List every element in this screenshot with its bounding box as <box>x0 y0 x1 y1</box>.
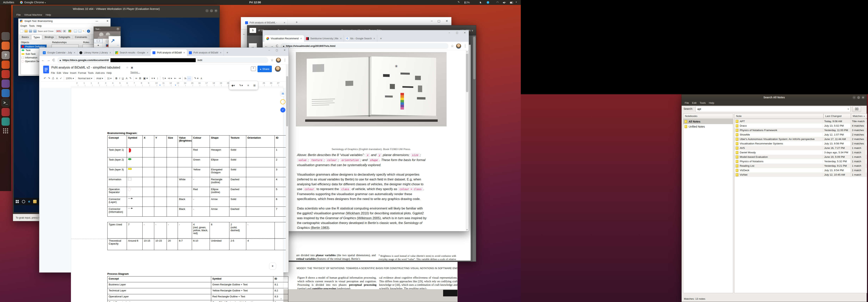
note-row[interactable]: Reading ListYesterday, 9:21 PM1 match <box>735 164 867 168</box>
info-icon[interactable]: i <box>87 30 90 33</box>
italic-icon[interactable]: I <box>118 76 121 81</box>
outdent-icon[interactable]: ⇤ <box>173 76 177 81</box>
image-icon[interactable]: ▣ ▾ <box>142 76 149 81</box>
citation-link[interactable]: (Wickham 2010) <box>346 211 369 215</box>
undo-icon[interactable]: ↶ <box>43 76 47 81</box>
system-menu-caret[interactable]: ▾ <box>516 1 517 3</box>
tab-close-icon[interactable]: ✕ <box>147 52 148 54</box>
back-icon[interactable]: ← <box>41 58 44 62</box>
volume-muted-icon[interactable]: ◀× <box>503 1 506 4</box>
indent-icon[interactable]: ⇥ <box>178 76 182 81</box>
cortana-icon[interactable] <box>22 200 25 203</box>
notes-titlebar[interactable]: Search All Notes –▢✕ <box>682 95 867 100</box>
indent-marker[interactable]: ▼ <box>175 84 176 86</box>
notebook-item[interactable]: Unfiled Notes <box>683 124 733 129</box>
indent-marker[interactable]: ▼ <box>159 84 161 86</box>
file-explorer-icon[interactable] <box>33 200 37 203</box>
window-minimize[interactable]: – <box>431 19 433 23</box>
comment-history-icon[interactable]: ≡ <box>251 66 256 71</box>
search-input[interactable]: apt ▼ <box>695 106 850 112</box>
note-row[interactable]: Model-based EvaluationJune 19, 5:09 PM1 … <box>735 155 867 159</box>
vmware-menu-file[interactable]: File <box>17 13 21 16</box>
clear-search-button[interactable]: ⌧ <box>852 106 861 112</box>
arrow-tool-icon[interactable]: ↗ <box>111 38 115 44</box>
vmware-maximize-button[interactable]: ▢ <box>210 9 213 12</box>
underline-icon[interactable]: U <box>121 76 125 81</box>
browser-tab[interactable]: Visualisation Recommend✕ <box>264 35 304 42</box>
tab-close-icon[interactable]: ✕ <box>110 52 111 54</box>
note-row[interactable]: VizNetJuly 12, 10:45 AM1 match <box>735 172 867 177</box>
vis-scrollbar[interactable]: ▲ ▼ <box>466 51 469 231</box>
docs-menu-help[interactable]: Help <box>106 71 112 74</box>
graph-menu-help[interactable]: Help <box>37 25 42 27</box>
window-maximize[interactable]: ▢ <box>453 30 461 35</box>
libreoffice-dock-icon[interactable] <box>2 79 10 88</box>
note-row[interactable]: AVSJune 16, 7:27 PM1 match <box>735 146 867 150</box>
profile-avatar[interactable] <box>456 43 461 48</box>
window-close[interactable]: ✕ <box>461 30 469 35</box>
tray-blue-icon[interactable] <box>487 1 489 4</box>
spellcheck-icon[interactable]: ✓ <box>59 76 63 81</box>
notebooks-column-header[interactable]: Notebooks <box>683 114 733 119</box>
vmware-menu-virtual-machine[interactable]: Virtual Machine <box>24 13 42 16</box>
docs-menu-edit[interactable]: Edit <box>57 71 61 74</box>
edge-icon[interactable]: e <box>28 200 30 203</box>
docs-menu-file[interactable]: File <box>51 71 55 74</box>
vmware-menu-help[interactable]: Help <box>46 13 51 16</box>
notes-menu-help[interactable]: Help <box>709 101 714 104</box>
font-select[interactable]: Arial ▾ <box>95 77 104 80</box>
profile-avatar[interactable] <box>276 58 281 63</box>
browser-tab[interactable]: Search results - Google✕ <box>113 49 151 56</box>
notes-minimize-button[interactable]: – <box>852 96 856 99</box>
show-apps-icon[interactable] <box>2 128 9 134</box>
tablet-pen-icon[interactable]: ✎ <box>458 1 460 3</box>
browser-tab[interactable]: Library Home | Library✕ <box>78 49 113 56</box>
font-size-select[interactable]: 11 ▾ <box>106 77 113 80</box>
battery-icon[interactable] <box>510 1 513 4</box>
graph-close-button[interactable]: ✕ <box>106 19 108 24</box>
chrome-menu-icon[interactable]: ⋮ <box>283 58 286 62</box>
paint-format-icon[interactable]: A <box>55 76 59 81</box>
window-minimize[interactable]: – <box>265 47 273 53</box>
graph-tab-bindings[interactable]: Bindings <box>42 35 56 39</box>
citation-link[interactable]: (Bertin 1983) <box>311 226 329 229</box>
redo-icon[interactable]: ↷ <box>47 76 51 81</box>
graph-menu-graph[interactable]: Graph <box>20 25 27 27</box>
note-column-header[interactable]: Note <box>734 114 824 119</box>
window-close[interactable]: ✕ <box>445 19 448 23</box>
star-doc-icon[interactable]: ☆ <box>126 66 128 69</box>
docs-menu-view[interactable]: View <box>63 71 68 74</box>
window-maximize[interactable]: ▢ <box>437 19 440 23</box>
note-row[interactable]: ShowMeJuly 12, 1:07 PM2 matches <box>735 132 867 137</box>
save-as-icon[interactable] <box>33 30 37 33</box>
print-icon[interactable]: ⎙ <box>51 76 55 81</box>
tab-close-icon[interactable]: ✕ <box>220 52 221 54</box>
border-color-icon[interactable]: ◆▾ <box>231 84 235 87</box>
docs-menu-tools[interactable]: Tools <box>88 71 94 74</box>
border-style-icon[interactable]: ≡ <box>247 84 249 87</box>
window-maximize[interactable]: ▢ <box>273 47 281 53</box>
reload-icon[interactable]: C <box>53 58 55 62</box>
browser-tab[interactable]: Gfds - Google Search✕ <box>344 35 377 42</box>
docs-menu-format[interactable]: Format <box>78 71 86 74</box>
tab-close-icon[interactable]: ✕ <box>73 52 75 54</box>
note-row[interactable]: Visualisation Recommender SystemsJuly 13… <box>735 141 867 146</box>
vmware-close-button[interactable]: ✕ <box>214 9 218 12</box>
search-dropdown-icon[interactable]: ▼ <box>847 106 849 112</box>
tab-close-icon[interactable]: ✕ <box>340 37 342 40</box>
graph-tab-types[interactable]: Types <box>31 35 42 39</box>
magic-wand-icon[interactable]: ✦ <box>94 43 103 47</box>
style-select[interactable]: Normal text ▾ <box>77 77 93 80</box>
doc-title[interactable]: PoN analysis of BiDaML v2 - simplified t… <box>51 66 120 69</box>
keep-panel-icon[interactable] <box>280 99 285 104</box>
highlight-icon[interactable]: ✎ <box>128 76 132 81</box>
graph-tab-basics[interactable]: Basics <box>20 35 31 39</box>
graph-menu-tools[interactable]: Tools <box>29 25 35 27</box>
vmware-titlebar[interactable]: Windows 10 x64 - VMware Workstation 15 P… <box>13 6 219 12</box>
docs-menu-add-ons[interactable]: Add-ons <box>95 71 104 74</box>
note-row[interactable]: VizDeckJuly 13, 9:54 PM1 match <box>735 168 867 172</box>
explore-button[interactable]: ✦ <box>269 263 276 270</box>
bookmark-star-icon[interactable]: ☆ <box>271 58 274 62</box>
notes-menu-file[interactable]: File <box>685 101 689 104</box>
notes-menu-edit[interactable]: Edit <box>692 101 696 104</box>
